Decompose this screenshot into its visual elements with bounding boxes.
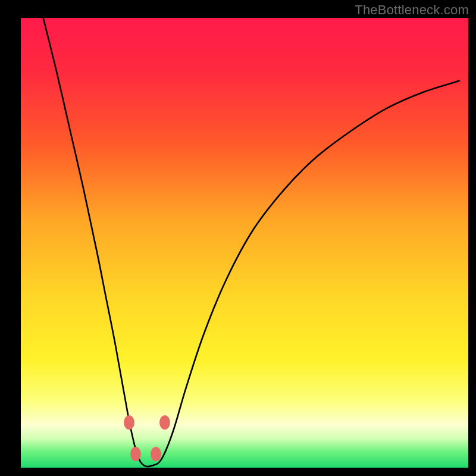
- plot-area: [21, 18, 468, 468]
- curve-marker: [159, 415, 170, 430]
- watermark-text: TheBottleneck.com: [355, 2, 469, 18]
- curve-marker: [130, 447, 141, 461]
- bottleneck-curve: [21, 18, 468, 468]
- curve-marker: [151, 447, 161, 461]
- curve-marker: [124, 415, 134, 430]
